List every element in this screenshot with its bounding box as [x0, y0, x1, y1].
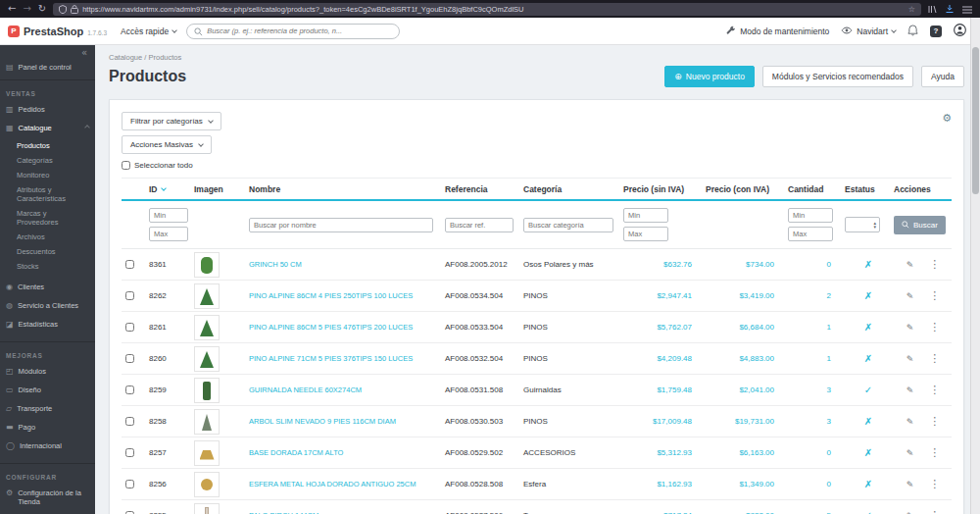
- edit-pencil-icon[interactable]: ✎: [906, 480, 914, 489]
- status-disabled-x-icon[interactable]: ✗: [864, 322, 872, 333]
- row-select-checkbox[interactable]: [125, 260, 134, 269]
- sidebar-subitem-marcas-y-proveedores[interactable]: Marcas y Proveedores: [0, 206, 95, 230]
- sidebar-item-pedidos[interactable]: ▥ Pedidos: [0, 100, 95, 119]
- column-header-category[interactable]: Categoría: [521, 184, 621, 194]
- header-search-input[interactable]: [207, 26, 392, 35]
- status-disabled-x-icon[interactable]: ✗: [864, 447, 872, 458]
- help-icon[interactable]: ?: [930, 26, 942, 37]
- sidebar-item-catalogue[interactable]: ▦ Catalogue: [0, 119, 95, 137]
- filter-categories-button[interactable]: Filtrar por categorías: [122, 112, 221, 130]
- row-select-checkbox[interactable]: [125, 448, 134, 457]
- more-actions-kebab-icon[interactable]: ⋮: [929, 289, 940, 302]
- product-name-link[interactable]: ESFERA METAL HOJA DORADO ANTIGUO 25CM: [249, 480, 416, 488]
- more-actions-kebab-icon[interactable]: ⋮: [929, 384, 940, 396]
- sidebar-item-estadisticas[interactable]: ◪ Estadísticas: [0, 315, 95, 334]
- sidebar-subitem-stocks[interactable]: Stocks: [0, 259, 95, 274]
- bulk-actions-button[interactable]: Acciones Masivas: [122, 135, 212, 154]
- edit-pencil-icon[interactable]: ✎: [906, 386, 914, 395]
- column-header-id[interactable]: ID: [147, 184, 192, 194]
- status-disabled-x-icon[interactable]: ✗: [864, 353, 872, 364]
- quick-access-menu[interactable]: Accès rapide: [121, 26, 176, 36]
- forward-button[interactable]: →: [23, 0, 30, 18]
- more-actions-kebab-icon[interactable]: ⋮: [929, 478, 940, 490]
- collapse-sidebar-button[interactable]: «: [0, 45, 95, 58]
- filter-price-max-input[interactable]: [623, 227, 668, 241]
- download-icon[interactable]: [945, 0, 955, 18]
- product-name-link[interactable]: GUIRNALDA NEEDLE 60X274CM: [249, 386, 362, 394]
- modules-services-button[interactable]: Módulos y Servicios recomendados: [762, 66, 913, 87]
- url-bar[interactable]: https://www.navidartmx.com/admin9731/ind…: [53, 3, 921, 16]
- filter-quantity-max-input[interactable]: [788, 227, 833, 241]
- row-select-checkbox[interactable]: [125, 323, 134, 332]
- product-name-link[interactable]: GRINCH 50 CM: [249, 260, 302, 269]
- sidebar-item-dashboard[interactable]: ▤ Panel de control: [0, 58, 95, 80]
- library-icon[interactable]: [928, 0, 937, 18]
- edit-pencil-icon[interactable]: ✎: [906, 323, 914, 333]
- maintenance-mode-button[interactable]: Modo de mantenimiento: [726, 26, 829, 37]
- sidebar-item-pago[interactable]: ▬ Pago: [0, 418, 95, 437]
- more-actions-kebab-icon[interactable]: ⋮: [929, 321, 940, 334]
- select-all-checkbox[interactable]: [122, 161, 130, 170]
- product-name-link[interactable]: BASE DORADA 17CM ALTO: [249, 448, 343, 457]
- filter-name-input[interactable]: [249, 218, 433, 232]
- sidebar-item-modulos[interactable]: ◰ Módulos: [0, 362, 95, 381]
- sidebar-subitem-monitoreo[interactable]: Monitoreo: [0, 168, 95, 182]
- sidebar-subitem-descuentos[interactable]: Descuentos: [0, 244, 95, 259]
- sidebar-item-configuracion-de-la-tienda[interactable]: ⚙ Configuración de la Tienda: [0, 484, 95, 511]
- help-button[interactable]: Ayuda: [921, 66, 964, 87]
- column-header-reference[interactable]: Referencia: [443, 184, 521, 194]
- sidebar-subitem-productos[interactable]: Productos: [0, 138, 95, 153]
- row-select-checkbox[interactable]: [125, 480, 134, 488]
- column-header-name[interactable]: Nombre: [247, 184, 443, 194]
- header-search[interactable]: [186, 24, 400, 39]
- edit-pencil-icon[interactable]: ✎: [906, 448, 914, 458]
- page-scrollbar[interactable]: [970, 18, 980, 514]
- reload-button[interactable]: ↻: [38, 0, 46, 18]
- more-actions-kebab-icon[interactable]: ⋮: [929, 352, 940, 365]
- sidebar-subitem-archivos[interactable]: Archivos: [0, 230, 95, 244]
- status-enabled-check-icon[interactable]: ✓: [864, 385, 872, 395]
- product-name-link[interactable]: ARBOL SLIM NEVADO 9 PIES 116CM DIAM: [249, 417, 396, 426]
- sidebar-subitem-atributos-y-caracteristicas[interactable]: Atributos y Características: [0, 182, 95, 206]
- menu-hamburger-icon[interactable]: [962, 0, 972, 18]
- more-actions-kebab-icon[interactable]: ⋮: [929, 258, 940, 271]
- filter-status-select[interactable]: ▴▾: [845, 217, 880, 232]
- filter-category-input[interactable]: [523, 218, 613, 232]
- sidebar-item-clientes[interactable]: ◉ Clientes: [0, 278, 95, 296]
- column-header-quantity[interactable]: Cantidad: [786, 184, 843, 194]
- view-shop-menu[interactable]: Navidart: [841, 26, 896, 36]
- sidebar-item-transporte[interactable]: ▱ Transporte: [0, 399, 95, 418]
- edit-pencil-icon[interactable]: ✎: [906, 354, 914, 364]
- scrollbar-thumb[interactable]: [972, 47, 979, 194]
- status-enabled-check-icon[interactable]: ✓: [864, 510, 872, 514]
- sidebar-item-servicio-a-clientes[interactable]: ◍ Servicio a Clientes: [0, 296, 95, 315]
- column-header-price-incl[interactable]: Precio (con IVA): [704, 184, 786, 194]
- sidebar-item-diseno[interactable]: ▭ Diseño: [0, 381, 95, 399]
- product-name-link[interactable]: PINO ALPINE 86CM 5 PIES 476TIPS 200 LUCE…: [249, 323, 413, 332]
- row-select-checkbox[interactable]: [125, 386, 134, 394]
- filter-id-max-input[interactable]: [149, 227, 188, 241]
- filter-id-min-input[interactable]: [149, 208, 188, 223]
- account-person-icon[interactable]: [954, 23, 966, 40]
- column-header-price-excl[interactable]: Precio (sin IVA): [621, 184, 704, 194]
- new-product-button[interactable]: ⊕ Nuevo producto: [664, 66, 755, 87]
- grid-settings-gear-icon[interactable]: ⚙: [942, 112, 952, 125]
- row-select-checkbox[interactable]: [125, 291, 134, 300]
- prestashop-logo[interactable]: P PrestaShop 1.7.6.3: [8, 26, 107, 37]
- bookmark-star-icon[interactable]: ☆: [908, 5, 915, 14]
- edit-pencil-icon[interactable]: ✎: [906, 417, 914, 427]
- filter-price-min-input[interactable]: [623, 208, 668, 223]
- back-button[interactable]: ←: [8, 0, 16, 18]
- row-select-checkbox[interactable]: [125, 354, 134, 363]
- filter-quantity-min-input[interactable]: [788, 208, 833, 223]
- search-button[interactable]: Buscar: [894, 216, 946, 234]
- sidebar-item-internacional[interactable]: ◯ Internacional: [0, 437, 95, 455]
- more-actions-kebab-icon[interactable]: ⋮: [929, 446, 940, 459]
- product-name-link[interactable]: PINO ALPINE 86CM 4 PIES 250TIPS 100 LUCE…: [249, 291, 413, 300]
- status-disabled-x-icon[interactable]: ✗: [864, 259, 872, 270]
- status-disabled-x-icon[interactable]: ✗: [864, 290, 872, 301]
- status-disabled-x-icon[interactable]: ✗: [864, 416, 872, 427]
- product-name-link[interactable]: PINO ALPINE 71CM 5 PIES 376TIPS 150 LUCE…: [249, 354, 413, 363]
- more-actions-kebab-icon[interactable]: ⋮: [929, 415, 940, 428]
- notifications-bell-icon[interactable]: [907, 23, 918, 40]
